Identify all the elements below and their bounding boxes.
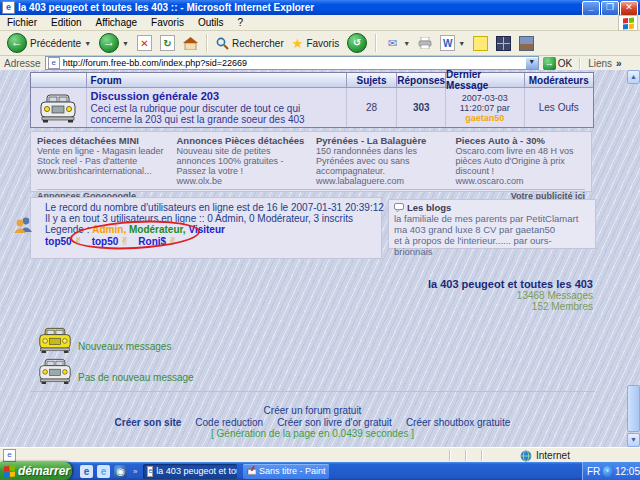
car-no-new-messages-icon xyxy=(38,357,72,385)
quick-launch: e e ◉ » xyxy=(80,465,137,478)
scroll-down-icon[interactable]: ▼ xyxy=(627,433,640,447)
ad-item[interactable]: Annonces Pièces détachées Nouveau site d… xyxy=(177,136,307,186)
task-title: Sans titre - Paint xyxy=(259,466,326,476)
last-message-author[interactable]: gaetan50 xyxy=(465,113,504,123)
user-link[interactable]: top50 xyxy=(45,236,72,247)
blog-entry[interactable]: et à propos de l'interieur...... par our… xyxy=(394,235,590,257)
ad-url[interactable]: www.labalaguere.com xyxy=(316,176,404,186)
address-label: Adresse xyxy=(4,58,41,69)
topics-cell: 28 xyxy=(347,88,398,127)
minimize-button[interactable]: _ xyxy=(582,1,600,16)
links-label[interactable]: Liens xyxy=(588,58,612,69)
car-no-new-icon xyxy=(39,93,77,123)
history-button[interactable]: ↺ xyxy=(344,32,370,54)
ad-title[interactable]: Pieces détachées MINI xyxy=(37,135,139,146)
go-label: OK xyxy=(558,58,572,69)
back-button[interactable]: ← Précédente ▼ xyxy=(4,32,94,54)
footer-link[interactable]: Code reduction xyxy=(195,417,263,428)
toolbar-separator xyxy=(206,34,208,52)
print-icon xyxy=(418,37,432,49)
security-zone: Internet xyxy=(520,450,570,462)
edit-dropdown-icon[interactable]: ▼ xyxy=(458,40,465,47)
site-members-count: 152 Membres xyxy=(428,301,593,312)
ad-title[interactable]: Pieces Auto à - 30% xyxy=(456,135,545,146)
start-label: démarrer xyxy=(18,464,70,478)
footer-link[interactable]: Créer son site xyxy=(115,417,182,428)
ad-item[interactable]: Pieces Auto à - 30% Oscaro.com livre en … xyxy=(456,136,586,186)
messenger-button[interactable] xyxy=(493,35,514,52)
site-messages-count: 13468 Messages xyxy=(428,290,593,301)
blogs-panel: Les blogs la familiale de mes parents pa… xyxy=(388,199,596,249)
zone-label: Internet xyxy=(536,450,570,461)
blog-entry[interactable]: ma 403 grand luxe 8 CV par gaetan50 xyxy=(394,224,590,235)
forum-table: Forum Sujets Réponses Dernier Message Mo… xyxy=(30,72,594,128)
vertical-scrollbar[interactable]: ▲ ▼ xyxy=(627,70,640,447)
scroll-thumb[interactable] xyxy=(627,385,640,432)
ad-url[interactable]: www.oscaro.com xyxy=(456,176,524,186)
go-button[interactable]: → OK xyxy=(543,57,572,70)
header-icon-col xyxy=(31,73,87,87)
forum-table-header: Forum Sujets Réponses Dernier Message Mo… xyxy=(31,73,593,88)
menu-outils[interactable]: Outils xyxy=(191,16,231,29)
home-button[interactable] xyxy=(180,36,201,51)
hide-icons-chevron-icon[interactable]: ‹ xyxy=(603,466,612,477)
research-button[interactable] xyxy=(516,35,537,52)
refresh-button[interactable]: ↻ xyxy=(157,34,178,52)
stop-button[interactable]: ✕ xyxy=(134,34,155,52)
footer-link[interactable]: Créer son livre d'or gratuit xyxy=(277,417,392,428)
messenger-icon xyxy=(496,36,511,51)
maximize-button[interactable]: ❐ xyxy=(601,1,619,16)
moderators-cell[interactable]: Les Oufs xyxy=(525,88,594,127)
close-button[interactable]: ✕ xyxy=(620,1,638,16)
print-button[interactable] xyxy=(415,36,435,50)
language-indicator[interactable]: FR xyxy=(587,466,600,477)
menu-aide[interactable]: ? xyxy=(230,16,250,29)
ie-light-quicklaunch-icon[interactable]: e xyxy=(97,465,110,478)
edit-word-button[interactable]: W▼ xyxy=(437,34,468,52)
favorites-label: Favoris xyxy=(306,38,339,49)
windows-flag-icon xyxy=(4,465,15,477)
ad-title[interactable]: Pyrénées - La Balaguère xyxy=(316,135,426,146)
legend-no-new-label: Pas de nouveau message xyxy=(78,372,194,383)
address-input[interactable] xyxy=(63,58,523,68)
task-ie-window[interactable]: e la 403 peugeot et tou... xyxy=(143,464,237,479)
menu-affichage[interactable]: Affichage xyxy=(89,16,145,29)
ad-body: Oscaro.com livre en 48 H vos pièces Auto… xyxy=(456,146,574,176)
ad-url[interactable]: www.britishcarinternational... xyxy=(37,166,152,176)
ad-body: Nouveau site de petites annonces 100% gr… xyxy=(177,146,284,176)
forward-icon: → xyxy=(99,33,119,53)
mail-button[interactable]: ✉▼ xyxy=(382,35,413,52)
ad-url[interactable]: www.olx.be xyxy=(177,176,223,186)
mail-dropdown-icon[interactable]: ▼ xyxy=(403,40,410,47)
search-button[interactable]: Rechercher xyxy=(213,36,287,51)
menu-edition[interactable]: Edition xyxy=(44,16,89,29)
notes-button[interactable] xyxy=(470,35,491,52)
back-label: Précédente xyxy=(30,38,81,49)
ad-item[interactable]: Pyrénées - La Balaguère 150 randonnées d… xyxy=(316,136,446,186)
task-paint-window[interactable]: Sans titre - Paint xyxy=(243,464,329,479)
address-dropdown-icon[interactable]: ▼ xyxy=(526,58,538,69)
menu-fichier[interactable]: Fichier xyxy=(0,16,44,29)
create-forum-link[interactable]: Créer un forum gratuit xyxy=(0,406,625,416)
quicklaunch-overflow-icon[interactable]: » xyxy=(133,467,137,476)
refresh-icon: ↻ xyxy=(160,35,175,51)
forward-dropdown-icon[interactable]: ▼ xyxy=(122,40,129,47)
ad-item[interactable]: Pieces détachées MINI Vente en ligne - M… xyxy=(37,136,167,186)
ie-quicklaunch-icon[interactable]: e xyxy=(80,465,93,478)
address-bar: Adresse e ▼ → OK Liens » xyxy=(0,56,640,71)
forum-status-cell xyxy=(31,88,87,127)
footer-link[interactable]: Créer shoutbox gratuite xyxy=(406,417,511,428)
blog-entry[interactable]: la familiale de mes parents par PetitCla… xyxy=(394,213,590,224)
favorites-button[interactable]: ★ Favoris xyxy=(289,35,342,52)
menu-favoris[interactable]: Favoris xyxy=(144,16,191,29)
back-dropdown-icon[interactable]: ▼ xyxy=(84,40,91,47)
scroll-up-icon[interactable]: ▲ xyxy=(627,70,640,84)
start-button[interactable]: démarrer xyxy=(0,462,72,480)
status-bar: e Internet xyxy=(0,447,640,463)
forward-button[interactable]: → ▼ xyxy=(96,32,132,54)
header-moderateurs: Modérateurs xyxy=(525,73,593,87)
links-overflow-icon[interactable]: » xyxy=(616,58,622,69)
ad-title[interactable]: Annonces Pièces détachées xyxy=(177,135,305,146)
forum-link[interactable]: Discussion générale 203 xyxy=(91,90,219,102)
media-player-quicklaunch-icon[interactable]: ◉ xyxy=(114,465,127,478)
